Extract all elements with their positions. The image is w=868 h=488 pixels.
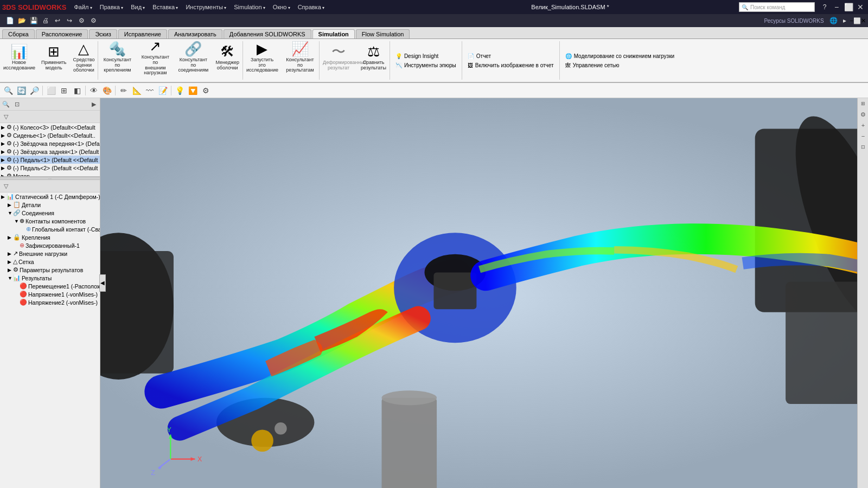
ribbon-restore[interactable]: ⬜	[853, 17, 861, 24]
epure-tools-button[interactable]: 📉 Инструменты эпюры	[393, 61, 458, 69]
view-zoom-btn[interactable]: 🔎	[28, 85, 40, 97]
tree-contacts[interactable]: ▼ ⊕ Контакты компонентов	[0, 217, 100, 225]
menu-window[interactable]: Окно	[270, 3, 293, 11]
ext-loads-advisor-button[interactable]: ↗ Консультант повнешним нагрузкам	[136, 39, 174, 76]
fasteners-advisor-button[interactable]: 🔩 Консультант покреплениям	[98, 39, 136, 76]
shell-manager-button[interactable]: 🛠 Менеджероболочки	[212, 39, 242, 76]
tree-toggle-details[interactable]: ▶	[8, 202, 13, 208]
view-settings-btn[interactable]: ⚙	[858, 109, 868, 120]
tree-toggle-pedal1[interactable]: ▶	[1, 157, 7, 163]
ribbon-close[interactable]: ✕	[861, 17, 866, 24]
command-search[interactable]: 🔍 Поиск команд	[739, 2, 815, 12]
display-style-btn[interactable]: ◧	[71, 85, 83, 97]
help-button[interactable]: ?	[819, 2, 830, 12]
left-panel-toggle[interactable]: ◀	[99, 274, 106, 292]
menu-help[interactable]: Справка	[295, 3, 328, 11]
pt-filter-btn[interactable]: 🔍	[1, 99, 11, 109]
tab-simulation[interactable]: Simulation	[312, 29, 355, 38]
results-advisor-button[interactable]: 📈 Консультант порезультатам	[281, 39, 319, 76]
filter-btn[interactable]: 🔽	[187, 85, 199, 97]
view-zoom-out-btn[interactable]: −	[858, 131, 868, 142]
tree-toggle-wheel[interactable]: ▶	[1, 125, 7, 130]
menu-edit[interactable]: Правка	[97, 3, 126, 11]
tree-static1[interactable]: ▶ 📊 Статический 1 (-С Демпфером-)	[0, 192, 100, 201]
tab-addins[interactable]: Добавления SOLIDWORKS	[224, 29, 311, 38]
tree-toggle-sprocket-front[interactable]: ▶	[1, 141, 7, 146]
resources-icon[interactable]: 🌐	[828, 15, 839, 26]
pt-next-btn[interactable]: ▶	[89, 99, 99, 109]
compare-results-button[interactable]: ⚖ Сравнитьрезультаты	[358, 39, 390, 76]
restore-button[interactable]: ⬜	[843, 2, 854, 12]
minimize-button[interactable]: −	[831, 2, 842, 12]
qat-undo[interactable]: ↩	[52, 15, 63, 26]
tree-toggle-sprocket-rear[interactable]: ▶	[1, 149, 7, 155]
tree-toggle-pedal2[interactable]: ▶	[1, 165, 7, 171]
menu-tools[interactable]: Инструменты	[182, 3, 229, 11]
appearance-btn[interactable]: 🎨	[101, 85, 113, 97]
reduce-load-button[interactable]: 🌐 Моделирование со снижением нагрузки	[563, 52, 676, 60]
tab-assembly[interactable]: Сборка	[2, 29, 35, 38]
qat-rebuild[interactable]: ⚙	[76, 15, 87, 26]
tab-flow-simulation[interactable]: Flow Simulation	[356, 29, 410, 38]
tree-connections[interactable]: ▼ 🔗 Соединения	[0, 209, 100, 217]
filter-icon-btn[interactable]: ▽	[1, 112, 11, 121]
tree-toggle-result-params[interactable]: ▶	[8, 267, 13, 273]
tree-displacement1[interactable]: 🔴 Перемещение1 (-Расположен	[0, 282, 100, 290]
tree-item-saddle[interactable]: ▶ ⚙ Сиденье<1> (Default<<Default..	[0, 131, 100, 139]
qat-open[interactable]: 📂	[16, 15, 27, 26]
menu-view[interactable]: Вид	[127, 3, 148, 11]
tree-results[interactable]: ▼ 📊 Результаты	[0, 274, 100, 282]
qat-save[interactable]: 💾	[28, 15, 39, 26]
tree-details[interactable]: ▶ 📋 Детали	[0, 201, 100, 209]
shell-eval-button[interactable]: △ Средствооценкиоболочки	[70, 39, 98, 76]
design-insight-button[interactable]: 💡 Design Insight	[393, 52, 458, 60]
lights-cameras-btn[interactable]: 💡	[174, 85, 186, 97]
qat-print[interactable]: 🖨	[40, 15, 51, 26]
qat-new[interactable]: 📄	[4, 15, 15, 26]
tree-toggle-mesh[interactable]: ▶	[8, 259, 13, 265]
pt-collapse-btn[interactable]: ⊡	[12, 99, 22, 109]
report-button[interactable]: 📄 Отчет	[465, 52, 556, 60]
menu-file[interactable]: Файл	[71, 3, 95, 11]
sketch-display-btn[interactable]: ✏	[118, 85, 130, 97]
tree-fixtures[interactable]: ▶ 🔒 Крепления	[0, 233, 100, 241]
tree-stress2[interactable]: 🔴 Напряжение2 (-vonMises-)	[0, 298, 100, 306]
tree-item-sprocket-rear[interactable]: ▶ ⚙ (-) Звёздочка задняя<1> (Default	[0, 147, 100, 156]
include-image-button[interactable]: 🖼 Включить изображение в отчет	[465, 61, 556, 69]
qat-redo[interactable]: ↪	[64, 15, 75, 26]
tab-layout[interactable]: Расположение	[36, 29, 88, 38]
tree-toggle-fixtures[interactable]: ▶	[8, 235, 13, 240]
apply-mesh-button[interactable]: ⊞ Применитьмодель	[38, 39, 70, 76]
tree-stress1[interactable]: 🔴 Напряжение1 (-vonMises-)	[0, 290, 100, 298]
qat-options[interactable]: ⚙	[88, 15, 99, 26]
tree-fixed1[interactable]: ⊕ Зафиксированный-1	[0, 241, 100, 249]
sim-filter-btn[interactable]: ▽	[1, 181, 11, 191]
tree-item-sprocket-front[interactable]: ▶ ⚙ (-) Звёздочка передняя<1> (Defa	[0, 139, 100, 147]
mesh-control-button[interactable]: 🕸 Управление сетью	[563, 61, 676, 69]
curve-btn[interactable]: 〰	[144, 85, 156, 97]
view-orientation-btn[interactable]: 🔍	[2, 85, 14, 97]
connections-advisor-button[interactable]: 🔗 Консультант посоединениям	[174, 39, 212, 76]
view-selector-btn[interactable]: ⊞	[858, 98, 868, 109]
new-study-button[interactable]: 📊 Новоеисследование	[0, 39, 38, 76]
tree-item-wheel[interactable]: ▶ ⚙ (-) Колесо<3> (Default<<Default	[0, 123, 100, 131]
expand-resources[interactable]: ▸	[839, 15, 850, 26]
tree-mesh[interactable]: ▶ △ Сетка	[0, 258, 100, 266]
menu-insert[interactable]: Вставка	[149, 3, 181, 11]
tree-toggle-saddle[interactable]: ▶	[1, 133, 7, 138]
tree-item-pedal1[interactable]: ▶ ⚙ (-) Педаль<1> (Default <<Default	[0, 156, 100, 164]
options-btn[interactable]: ⚙	[200, 85, 212, 97]
tree-item-pedal2[interactable]: ▶ ⚙ (-) Педаль<2> (Default <<Default	[0, 164, 100, 172]
hide-show-btn[interactable]: 👁	[88, 85, 100, 97]
view-fit-btn[interactable]: ⊡	[858, 142, 868, 152]
tree-result-params[interactable]: ▶ ⚙ Параметры результатов	[0, 266, 100, 274]
tab-evaluate[interactable]: Анализировать	[168, 29, 222, 38]
deformed-result-button[interactable]: 〜 Деформированныйрезультат	[320, 39, 358, 76]
tree-toggle-connections[interactable]: ▼	[8, 210, 13, 216]
tab-sketch[interactable]: Эскиз	[89, 29, 117, 38]
viewport[interactable]: X Y Z ⊞ ⚙ + − ⊡	[100, 98, 868, 488]
view-rotate-btn[interactable]: 🔄	[15, 85, 27, 97]
close-button[interactable]: ✕	[855, 2, 866, 12]
tree-toggle-ext-loads[interactable]: ▶	[8, 251, 13, 256]
tree-toggle-contacts[interactable]: ▼	[14, 219, 20, 224]
